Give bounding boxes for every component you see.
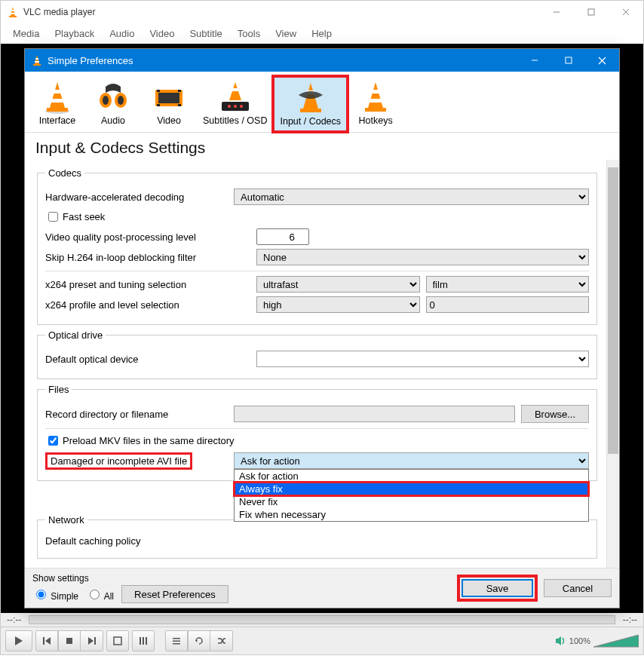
tab-audio-label: Audio (101, 115, 125, 126)
svg-rect-28 (157, 104, 160, 106)
menu-tools[interactable]: Tools (230, 25, 268, 42)
tab-interface[interactable]: Interface (29, 76, 85, 132)
svg-rect-20 (47, 108, 68, 112)
tab-interface-label: Interface (39, 115, 76, 126)
main-titlebar: VLC media player (1, 1, 643, 23)
volume-slider[interactable] (593, 633, 639, 648)
main-close-button[interactable] (609, 1, 643, 23)
all-radio[interactable]: All (86, 587, 114, 602)
tab-audio[interactable]: Audio (85, 76, 141, 132)
menu-video[interactable]: Video (142, 25, 182, 42)
svg-rect-3 (11, 13, 15, 14)
svg-marker-58 (556, 636, 561, 645)
browse-button[interactable]: Browse... (521, 405, 589, 423)
svg-rect-5 (588, 9, 594, 15)
svg-rect-2 (11, 10, 14, 11)
menu-view[interactable]: View (268, 25, 304, 42)
avi-option-never-fix[interactable]: Never fix (235, 495, 588, 508)
settings-scroll: Codecs Hardware-accelerated decoding Aut… (25, 160, 606, 568)
svg-rect-45 (43, 637, 44, 645)
svg-point-33 (234, 105, 237, 108)
stop-button[interactable] (58, 630, 81, 651)
play-button[interactable] (5, 630, 32, 651)
seek-bar[interactable] (29, 615, 615, 624)
svg-rect-50 (114, 637, 121, 645)
status-bar: --:-- --:-- (1, 613, 643, 627)
avi-select[interactable]: Ask for action (234, 452, 589, 469)
skip-select[interactable]: None (256, 249, 589, 265)
video-icon (147, 79, 191, 115)
save-button[interactable]: Save (462, 579, 533, 597)
vq-label: Video quality post-processing level (45, 231, 256, 243)
fast-seek-label: Fast seek (63, 211, 105, 222)
x264-preset-label: x264 preset and tuning selection (45, 279, 256, 290)
prev-button[interactable] (35, 630, 58, 651)
video-area: Simple Preferences Interface Audio Video (1, 44, 643, 613)
ext-settings-button[interactable] (132, 630, 155, 651)
next-button[interactable] (81, 630, 103, 651)
svg-rect-56 (173, 643, 180, 645)
files-legend: Files (45, 384, 72, 395)
fast-seek-checkbox[interactable] (48, 212, 58, 222)
dialog-minimize-button[interactable] (517, 49, 551, 72)
svg-rect-30 (178, 104, 181, 106)
fullscreen-button[interactable] (106, 630, 129, 651)
hw-decoding-select[interactable]: Automatic (234, 188, 589, 205)
svg-rect-49 (94, 637, 96, 645)
reset-preferences-button[interactable]: Reset Preferences (121, 585, 228, 603)
svg-marker-40 (368, 82, 383, 108)
tab-hotkeys[interactable]: Hotkeys (348, 76, 403, 132)
interface-icon (35, 79, 79, 115)
svg-rect-47 (66, 638, 72, 644)
simple-radio[interactable]: Simple (32, 587, 78, 602)
menu-help[interactable]: Help (304, 25, 339, 42)
avi-option-ask[interactable]: Ask for action (235, 470, 588, 483)
settings-scrollbar[interactable] (606, 160, 619, 568)
dialog-close-button[interactable] (585, 49, 619, 72)
playlist-button[interactable] (165, 630, 188, 651)
svg-rect-54 (173, 638, 180, 639)
avi-dropdown: Ask for action Always fix Never fix Fix … (234, 469, 589, 522)
avi-option-fix-when-necessary[interactable]: Fix when necessary (235, 508, 588, 521)
loop-button[interactable] (188, 630, 210, 651)
x264-level-input[interactable] (426, 296, 590, 313)
tab-video[interactable]: Video (141, 76, 197, 132)
show-settings-label: Show settings (32, 573, 228, 584)
caching-label: Default caching policy (45, 535, 234, 547)
svg-point-24 (118, 96, 124, 105)
menu-audio[interactable]: Audio (102, 25, 142, 42)
preload-mkv-checkbox[interactable] (48, 436, 58, 446)
cancel-button[interactable]: Cancel (544, 579, 612, 597)
x264-tune-select[interactable]: film (426, 276, 590, 293)
optical-device-select[interactable] (256, 351, 589, 367)
optical-legend: Optical drive (45, 329, 106, 341)
network-legend: Network (45, 514, 87, 526)
main-minimize-button[interactable] (539, 1, 574, 23)
codecs-legend: Codecs (45, 167, 84, 179)
main-window: VLC media player Media Playback Audio Vi… (0, 0, 644, 655)
x264-profile-label: x264 profile and level selection (45, 299, 256, 311)
svg-point-34 (240, 105, 243, 108)
main-maximize-button[interactable] (574, 1, 609, 23)
speaker-icon[interactable] (554, 635, 566, 647)
codecs-group: Codecs Hardware-accelerated decoding Aut… (37, 167, 597, 325)
menu-subtitle[interactable]: Subtitle (182, 25, 229, 42)
x264-profile-select[interactable]: high (256, 296, 420, 313)
svg-rect-55 (173, 641, 180, 642)
record-dir-input[interactable] (234, 406, 515, 422)
svg-marker-44 (15, 636, 23, 645)
tab-subtitles[interactable]: Subtitles / OSD (197, 76, 273, 132)
vq-input[interactable] (256, 228, 309, 245)
hw-decoding-label: Hardware-accelerated decoding (45, 192, 234, 203)
menu-playback[interactable]: Playback (47, 25, 102, 42)
menu-media[interactable]: Media (5, 25, 47, 42)
avi-option-always-fix[interactable]: Always fix (235, 483, 588, 495)
shuffle-button[interactable] (210, 630, 233, 651)
x264-preset-select[interactable]: ultrafast (256, 276, 420, 293)
total-time: --:-- (623, 614, 637, 625)
dialog-maximize-button[interactable] (551, 49, 585, 72)
svg-rect-39 (300, 109, 321, 112)
tab-input-codecs[interactable]: Input / Codecs (273, 76, 348, 132)
controls-row: 100% (1, 627, 643, 654)
svg-rect-36 (232, 88, 239, 91)
